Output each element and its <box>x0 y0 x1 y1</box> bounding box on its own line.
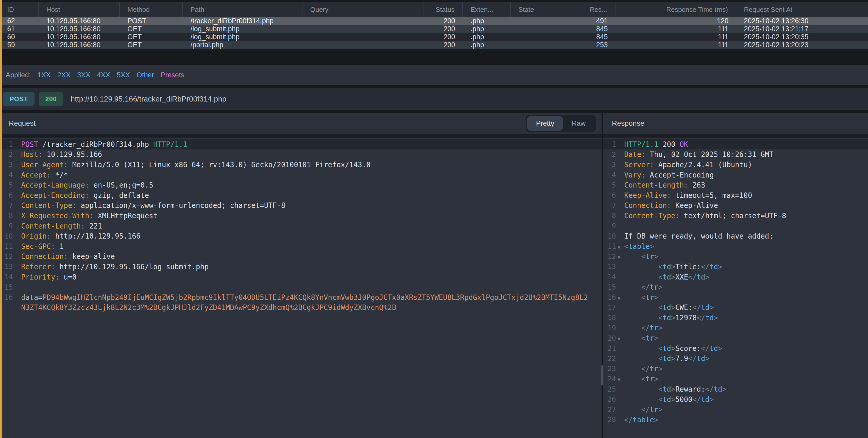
code-line: 13Referer: http://10.129.95.166/log_subm… <box>0 262 601 272</box>
cell-filler <box>839 25 868 33</box>
code-line: 3Server: Apache/2.4.41 (Ubuntu) <box>603 159 868 170</box>
column-header[interactable]: Method <box>120 2 183 17</box>
cell-status: 200 <box>424 33 463 41</box>
column-header[interactable]: Request Sent At <box>736 2 839 17</box>
cell-sent_at: 2025-10-02 13:20:35 <box>736 33 839 41</box>
filter-1xx[interactable]: 1XX <box>38 71 51 79</box>
code-line: 7Content-Type: application/x-www-form-ur… <box>0 200 601 211</box>
code-line: 25 <td>Reward:</td> <box>603 384 868 394</box>
code-text: Priority: u=0 <box>21 273 76 281</box>
code-text: Keep-Alive: timeout=5, max=100 <box>624 191 752 199</box>
line-number: 23 <box>603 364 616 373</box>
fold-chevron-icon[interactable]: ∨ <box>616 244 624 250</box>
column-header[interactable]: Host <box>39 2 120 17</box>
line-number: 16 <box>0 293 13 301</box>
line-number: 15 <box>603 283 616 291</box>
status-code-badge: 200 <box>39 92 63 106</box>
fold-chevron-icon[interactable]: ∨ <box>616 254 624 260</box>
code-text: Content-Type: application/x-www-form-url… <box>21 201 285 209</box>
cell-extension: .php <box>463 17 511 25</box>
cell-method: GET <box>120 25 183 33</box>
cell-query <box>303 33 424 41</box>
panel-header-border <box>0 134 601 138</box>
line-number: 4 <box>603 171 616 179</box>
code-line: 6Accept-Encoding: gzip, deflate <box>0 190 601 200</box>
fold-chevron-icon[interactable]: ∨ <box>616 336 624 341</box>
table-row[interactable]: 6110.129.95.166:80GET/log_submit.php200.… <box>0 25 868 33</box>
cell-id: 62 <box>0 17 39 25</box>
filter-2xx[interactable]: 2XX <box>57 71 70 79</box>
line-number: 15 <box>0 283 13 291</box>
column-header[interactable]: Status <box>424 2 463 17</box>
code-text: Referer: http://10.129.95.166/log_submit… <box>21 263 209 271</box>
code-line: 14 <td>XXE</td> <box>603 272 868 282</box>
cell-path: /tracker_diRbPr00f314.php <box>183 17 303 25</box>
code-line: 21 <td>Score:</td> <box>603 343 868 353</box>
cell-path: /log_submit.php <box>183 33 303 41</box>
code-text: POST /tracker_diRbPr00f314.php HTTP/1.1 <box>21 140 187 148</box>
line-number: 2 <box>603 150 616 158</box>
cell-state <box>511 25 576 33</box>
code-line: 8X-Requested-With: XMLHttpRequest <box>0 210 601 221</box>
section-separator <box>0 62 868 65</box>
requests-table: IDHostMethodPathQueryStatusExten...State… <box>0 0 868 62</box>
code-text: If DB were ready, would have added: <box>624 232 773 240</box>
line-number: 9 <box>603 222 616 230</box>
code-line: 2Host: 10.129.95.166 <box>0 149 601 160</box>
line-number: 20 <box>603 334 616 342</box>
cell-query <box>303 41 424 49</box>
column-header[interactable]: ID <box>0 2 39 17</box>
column-header[interactable]: Res... <box>576 2 616 17</box>
response-editor[interactable]: 1HTTP/1.1 200 OK2Date: Thu, 02 Oct 2025 … <box>603 138 868 438</box>
pretty-tab[interactable]: Pretty <box>527 116 563 130</box>
divider-scroll-handle[interactable] <box>601 366 603 385</box>
cell-id: 60 <box>0 33 39 41</box>
cell-response_time: 111 <box>616 33 736 41</box>
filter-other[interactable]: Other <box>137 71 154 79</box>
code-line: 19 </tr> <box>603 323 868 333</box>
cell-host: 10.129.95.166:80 <box>39 41 120 49</box>
table-row[interactable]: 6210.129.95.166:80POST/tracker_diRbPr00f… <box>0 17 868 25</box>
table-header: IDHostMethodPathQueryStatusExten...State… <box>0 2 868 17</box>
code-text: Connection: Keep-Alive <box>624 201 718 209</box>
code-text: <td>Title:</td> <box>624 263 722 271</box>
table-body: 6210.129.95.166:80POST/tracker_diRbPr00f… <box>0 17 868 49</box>
column-header[interactable] <box>839 2 868 17</box>
column-header[interactable]: Response Time (ms) <box>616 2 736 17</box>
line-number: 11 <box>0 242 13 250</box>
code-line: 1HTTP/1.1 200 OK <box>603 139 868 149</box>
request-panel-header: Request Pretty Raw <box>0 113 601 134</box>
filter-5xx[interactable]: 5XX <box>117 71 130 79</box>
code-text: <tr> <box>624 252 658 261</box>
column-header[interactable]: State <box>511 2 576 17</box>
code-line: 5Accept-Language: en-US,en;q=0.5 <box>0 180 601 190</box>
filter-4xx[interactable]: 4XX <box>97 71 110 79</box>
cell-res: 845 <box>576 25 616 33</box>
cell-method: POST <box>120 17 183 25</box>
cell-state <box>511 33 576 41</box>
line-number: 28 <box>603 416 616 424</box>
cell-status: 200 <box>424 17 463 25</box>
request-editor[interactable]: 1POST /tracker_diRbPr00f314.php HTTP/1.1… <box>0 138 601 438</box>
line-number: 10 <box>603 232 616 240</box>
cell-host: 10.129.95.166:80 <box>39 25 120 33</box>
line-number: 5 <box>0 181 13 189</box>
column-header[interactable]: Query <box>303 2 424 17</box>
presets-link[interactable]: Presets <box>161 71 184 79</box>
url-bar: POST 200 http://10.129.95.166/tracker_di… <box>0 88 868 110</box>
fold-chevron-icon[interactable]: ∨ <box>616 295 624 301</box>
code-text: <td>Score:</td> <box>624 344 722 352</box>
code-text: Origin: http://10.129.95.166 <box>21 232 141 240</box>
code-line: 4Accept: */* <box>0 170 601 180</box>
table-row[interactable]: 5910.129.95.166:80GET/portal.php200.php2… <box>0 41 868 49</box>
column-header[interactable]: Path <box>183 2 303 17</box>
code-line: 28</table> <box>603 414 868 425</box>
raw-tab[interactable]: Raw <box>563 116 594 130</box>
fold-chevron-icon[interactable]: ∨ <box>616 376 624 382</box>
filter-3xx[interactable]: 3XX <box>77 71 90 79</box>
column-header[interactable]: Exten... <box>463 2 511 17</box>
table-row[interactable]: 6010.129.95.166:80GET/log_submit.php200.… <box>0 33 868 41</box>
panel-divider[interactable] <box>601 113 603 438</box>
section-separator <box>0 110 868 113</box>
code-line: 15 <box>0 282 601 292</box>
